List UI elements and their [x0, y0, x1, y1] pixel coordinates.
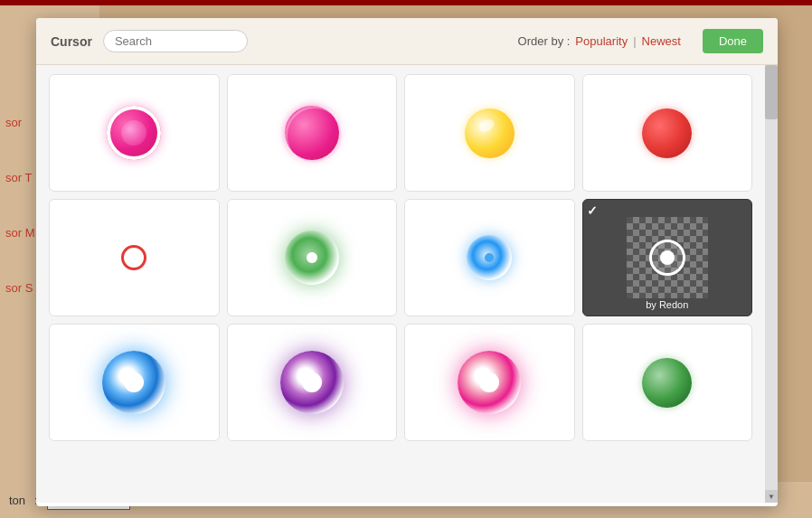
search-input[interactable] — [103, 30, 248, 52]
cursor-grid-container[interactable]: ✓ by Redon — [36, 65, 765, 503]
cursor-red-ring — [121, 245, 146, 270]
scrollbar-thumb — [765, 65, 778, 119]
cursor-item-1[interactable] — [49, 74, 220, 192]
cursor-white-circle — [649, 240, 685, 276]
cursor-red — [642, 108, 692, 158]
cursor-pink-large — [458, 351, 521, 414]
cursor-checkerboard — [627, 217, 708, 298]
cursor-item-6[interactable] — [227, 199, 398, 316]
order-separator: | — [633, 34, 636, 48]
cursor-grid: ✓ by Redon — [49, 74, 752, 441]
cursor-yellow — [465, 108, 515, 158]
order-popularity-button[interactable]: Popularity — [575, 34, 628, 48]
cursor-item-3[interactable] — [404, 74, 575, 192]
cursor-item-2[interactable] — [227, 74, 398, 192]
cursor-item-7[interactable] — [404, 199, 575, 316]
cursor-item-5[interactable] — [49, 199, 220, 316]
cursor-blue-glow — [467, 235, 512, 280]
dialog-header: Cursor Order by : Popularity | Newest Do… — [36, 18, 778, 65]
cursor-item-8[interactable]: ✓ by Redon — [582, 199, 753, 316]
dialog-title: Cursor — [51, 34, 92, 49]
cursor-pink-ring — [107, 106, 161, 160]
cursor-dialog: Cursor Order by : Popularity | Newest Do… — [36, 18, 778, 506]
done-button[interactable]: Done — [703, 29, 763, 53]
dialog-body: ✓ by Redon — [36, 65, 778, 503]
scrollbar-arrow-down[interactable]: ▼ — [765, 490, 778, 503]
cursor-green-solid — [642, 358, 692, 408]
cursor-item-4[interactable] — [582, 74, 753, 192]
cursor-item-11[interactable] — [404, 324, 575, 441]
cursor-item-12[interactable] — [582, 324, 753, 441]
cursor-item-10[interactable] — [227, 324, 398, 441]
dialog-scrollbar[interactable]: ▼ — [765, 65, 778, 503]
cursor-green-glow — [285, 231, 339, 285]
order-by-label: Order by : — [518, 34, 571, 48]
cursor-magenta — [285, 106, 339, 160]
selected-checkmark: ✓ — [587, 203, 598, 218]
cursor-item-9[interactable] — [49, 324, 220, 441]
cursor-blue-large — [102, 351, 165, 414]
cursor-item-label: by Redon — [583, 299, 752, 310]
bottom-label: ton — [9, 494, 25, 507]
order-by-container: Order by : Popularity | Newest — [518, 34, 681, 48]
cursor-yellow-wrapper — [465, 108, 515, 158]
cursor-purple-large — [280, 351, 344, 414]
order-newest-button[interactable]: Newest — [642, 34, 681, 48]
